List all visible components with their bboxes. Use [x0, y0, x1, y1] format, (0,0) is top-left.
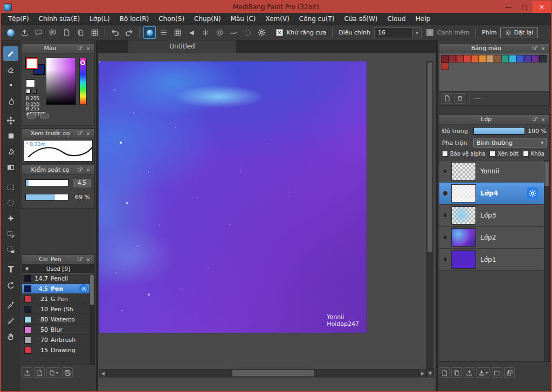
brush-row-selected[interactable]: 4.5 Pen [22, 284, 89, 294]
layer-list-scrollbar[interactable] [544, 160, 549, 361]
close-icon[interactable]: × [84, 166, 92, 173]
brush-settings-icon[interactable] [79, 284, 88, 293]
soft-edge-checkbox[interactable]: × [426, 29, 433, 36]
brush-row[interactable]: 70 Airbrush [22, 335, 89, 345]
palette-swatch[interactable] [509, 55, 516, 62]
menu-lop[interactable]: Lớp(L) [85, 13, 115, 25]
color-history-swatch[interactable] [26, 79, 35, 87]
brush-size-value[interactable]: 4.5 [73, 179, 91, 187]
move-layer-up-button[interactable] [464, 367, 474, 378]
brush-mode-normal-button[interactable] [143, 26, 156, 39]
lasso-select-tool[interactable] [3, 195, 18, 210]
new-canvas-button[interactable] [34, 367, 45, 378]
scroll-left-arrow[interactable]: ◀ [99, 369, 107, 377]
menu-chup[interactable]: Chụp(N) [189, 13, 226, 25]
duplicate-layer-button[interactable] [451, 367, 462, 378]
maximize-button[interactable]: □ [516, 1, 533, 13]
brush-row[interactable]: 50 Blur [22, 325, 89, 335]
horizontal-scrollbar[interactable]: ◀ ▶ ▼ [99, 369, 434, 377]
layer-row[interactable]: Yonnii [439, 160, 544, 183]
layer-active-indicator[interactable] [439, 257, 451, 262]
menu-cua-so[interactable]: Cửa sổ(W) [340, 13, 383, 25]
brush-mode-concentric-button[interactable] [213, 26, 226, 39]
menu-cloud[interactable]: Cloud [383, 13, 411, 25]
export-button[interactable] [22, 367, 32, 378]
close-icon[interactable]: × [84, 256, 92, 263]
publish-button[interactable] [18, 26, 31, 39]
palette-swatch[interactable] [479, 55, 486, 62]
adjust-dropdown[interactable]: 16 ▾ [374, 27, 422, 38]
layer-active-indicator[interactable] [439, 235, 451, 240]
undo-button[interactable] [109, 26, 121, 39]
close-button[interactable]: × [533, 1, 551, 13]
palette-swatch[interactable] [471, 55, 479, 62]
save-button[interactable] [62, 367, 73, 378]
canvas-list-button[interactable]: ▾ [46, 367, 60, 378]
color-mode-button[interactable] [40, 114, 49, 118]
popout-icon[interactable] [76, 130, 84, 137]
bucket-tool[interactable] [3, 144, 18, 159]
measure-tool[interactable] [3, 313, 18, 328]
close-icon[interactable]: × [539, 45, 547, 52]
brush-row[interactable]: 21 G Pen [22, 294, 89, 304]
scroll-right-arrow[interactable]: ▶ [419, 369, 426, 377]
palette-swatch[interactable] [516, 55, 524, 62]
redo-button[interactable] [123, 26, 135, 39]
gradient-tool[interactable] [3, 160, 18, 174]
brush-group-row[interactable]: ▼ Used [9] [22, 264, 94, 274]
brush-mode-dashed-button[interactable] [242, 26, 254, 39]
menu-bo-loc[interactable]: Bộ lọc(R) [115, 13, 154, 25]
layer-row[interactable]: Lớp3 [439, 205, 544, 227]
palette-swatch[interactable] [464, 55, 471, 62]
palette-swatch[interactable] [539, 55, 547, 62]
menu-mau[interactable]: Màu (C) [226, 13, 261, 25]
smudge-tool[interactable] [3, 93, 18, 108]
scroll-down-arrow[interactable]: ▼ [426, 369, 434, 377]
brush-mode-grid-button[interactable] [171, 26, 184, 39]
brush-mode-kaleidoscope-button[interactable] [199, 26, 212, 39]
blend-mode-dropdown[interactable]: Bình thường ▾ [473, 138, 547, 148]
layer-row[interactable]: Lớp1 [439, 249, 544, 271]
hue-slider-handle[interactable] [80, 60, 85, 65]
add-layer-button[interactable] [439, 367, 450, 378]
layer-opacity-slider[interactable] [473, 127, 525, 135]
move-tool[interactable] [3, 113, 18, 128]
palette-swatch[interactable] [532, 55, 539, 62]
menu-chinh-sua[interactable]: Chỉnh sửa(E) [34, 13, 85, 25]
brush-mode-lines-button[interactable] [157, 26, 170, 39]
document-tab[interactable]: Untitled [128, 40, 236, 53]
brush-opacity-slider[interactable] [25, 194, 68, 201]
minimize-button[interactable]: — [500, 1, 516, 13]
hand-tool[interactable] [3, 329, 18, 344]
menu-tep[interactable]: Tệp(F) [3, 13, 34, 25]
menu-cong-cu[interactable]: Công cụ(T) [294, 13, 340, 25]
comment-button[interactable] [32, 26, 45, 39]
palette-swatch[interactable] [501, 55, 509, 62]
brush-settings-button[interactable] [256, 26, 268, 39]
scrollbar-thumb[interactable] [544, 162, 549, 186]
clipping-checkbox[interactable] [489, 151, 495, 157]
eraser-tool[interactable] [3, 62, 18, 76]
palette-swatch[interactable] [494, 55, 501, 62]
chat-button[interactable] [46, 26, 59, 39]
brush-tool[interactable] [3, 46, 18, 61]
hue-slider[interactable] [79, 58, 87, 105]
popout-icon[interactable] [76, 166, 84, 173]
brush-row[interactable]: 15 Drawing [22, 345, 89, 355]
layer-settings-icon[interactable] [527, 187, 539, 199]
grid-view-button[interactable] [88, 26, 101, 39]
scrollbar-thumb[interactable] [232, 370, 314, 376]
saturation-value-picker[interactable] [46, 58, 76, 105]
foreground-color-swatch[interactable] [26, 58, 38, 69]
select-pen-tool[interactable] [3, 227, 18, 241]
new-folder-button[interactable] [492, 367, 502, 378]
select-eraser-tool[interactable] [3, 242, 18, 257]
merge-down-button[interactable]: ▾ [476, 367, 490, 378]
color-history-swatch[interactable] [32, 89, 37, 94]
popout-icon[interactable] [76, 256, 84, 263]
palette-swatch[interactable] [448, 55, 456, 62]
eyedropper-tool[interactable] [3, 298, 18, 312]
brush-mode-mirror-button[interactable]: ◀ [185, 26, 198, 39]
protect-alpha-checkbox[interactable] [442, 151, 448, 157]
menu-help[interactable]: Help [411, 13, 435, 25]
